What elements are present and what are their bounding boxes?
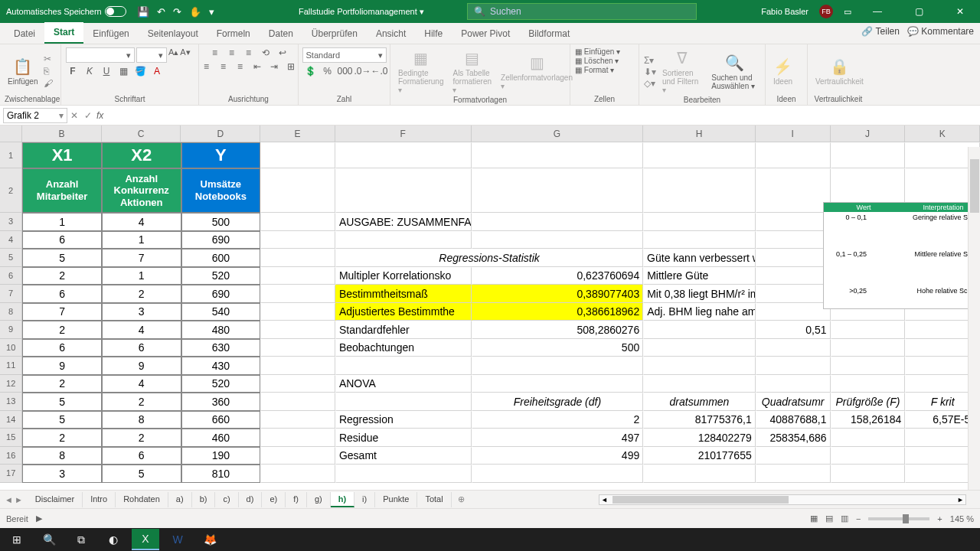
format-as-table-button[interactable]: ▤Als Tabelle formatieren ▾	[449, 47, 495, 96]
cell[interactable]: 258354,686	[756, 429, 831, 447]
cell[interactable]	[643, 375, 756, 393]
sheet-tab[interactable]: Rohdaten	[116, 492, 168, 507]
cell[interactable]: X2	[102, 142, 181, 168]
cell[interactable]	[756, 142, 831, 168]
comments-button[interactable]: 💬 Kommentare	[907, 26, 974, 37]
cell[interactable]	[260, 168, 335, 213]
cell[interactable]: 8	[102, 411, 181, 429]
cell[interactable]: 1	[102, 267, 181, 285]
cell[interactable]: Adjustiertes Bestimmthe	[335, 303, 472, 321]
cell[interactable]: dratsummen	[643, 393, 756, 411]
share-button[interactable]: 🔗 Teilen	[861, 26, 899, 37]
cell[interactable]: 4	[102, 321, 181, 339]
start-button[interactable]: ⊞	[3, 529, 31, 550]
cell[interactable]	[472, 168, 644, 213]
cell[interactable]: Standardfehler	[335, 321, 472, 339]
col-header-D[interactable]: D	[181, 126, 260, 142]
col-header-J[interactable]: J	[831, 126, 906, 142]
cell[interactable]	[831, 357, 906, 375]
cell[interactable]	[335, 465, 472, 483]
cell[interactable]	[472, 142, 644, 168]
cell[interactable]: 1	[22, 213, 102, 231]
cell[interactable]	[472, 465, 644, 483]
cell[interactable]: 2	[22, 375, 102, 393]
cell[interactable]: 0,386618962	[472, 303, 644, 321]
cell[interactable]: 0,389077403	[472, 285, 644, 303]
cell[interactable]: 9	[22, 357, 102, 375]
cell[interactable]: 2	[102, 393, 181, 411]
cell[interactable]: 3	[102, 303, 181, 321]
cell-styles-button[interactable]: ▥Zellenformatvorlagen ▾	[498, 52, 576, 92]
redo-icon[interactable]: ↷	[173, 6, 181, 18]
tab-start[interactable]: Start	[44, 22, 83, 44]
col-header-G[interactable]: G	[472, 126, 644, 142]
font-family-box[interactable]: ▾	[66, 47, 135, 63]
cell[interactable]: 5	[22, 393, 102, 411]
cell[interactable]: 690	[181, 285, 261, 303]
sort-filter-button[interactable]: ᐁSortieren und Filtern ▾	[659, 47, 705, 96]
close-button[interactable]: ✕	[945, 0, 975, 23]
italic-icon[interactable]: K	[83, 66, 96, 77]
tab-bildformat[interactable]: Bildformat	[519, 24, 579, 44]
maximize-button[interactable]: ▢	[903, 0, 934, 23]
cell[interactable]: 360	[181, 393, 261, 411]
sheet-tab[interactable]: g)	[307, 492, 331, 507]
cell[interactable]	[260, 285, 335, 303]
cell[interactable]	[831, 321, 906, 339]
excel-taskbar-icon[interactable]: X	[132, 529, 159, 550]
cell[interactable]	[756, 357, 831, 375]
paste-button[interactable]: 📋Einfügen	[5, 56, 41, 87]
cell[interactable]: 1	[102, 231, 181, 249]
cell[interactable]	[472, 375, 644, 393]
format-painter-icon[interactable]: 🖌	[44, 78, 53, 89]
row-header[interactable]: 13	[0, 393, 22, 411]
align-bottom-icon[interactable]: ≡	[242, 47, 256, 58]
ideas-button[interactable]: ⚡Ideen	[770, 56, 795, 87]
align-top-icon[interactable]: ≡	[208, 47, 222, 58]
vertical-scrollbar[interactable]	[968, 147, 980, 490]
zoom-level[interactable]: 145 %	[950, 514, 974, 523]
orientation-icon[interactable]: ⟲	[259, 47, 273, 58]
cell[interactable]: 40887688,1	[756, 411, 831, 429]
cell[interactable]: 660	[181, 411, 261, 429]
scroll-thumb[interactable]	[970, 159, 979, 213]
cell[interactable]: 7	[22, 303, 102, 321]
sheet-tab[interactable]: Punkte	[375, 492, 417, 507]
row-header[interactable]: 7	[0, 285, 22, 303]
cell[interactable]	[260, 303, 335, 321]
cell[interactable]	[756, 231, 831, 249]
horizontal-scrollbar[interactable]: ◄ ►	[599, 494, 966, 505]
cell[interactable]	[643, 321, 756, 339]
tab-seitenlayout[interactable]: Seitenlayout	[139, 24, 207, 44]
cell[interactable]: 190	[181, 447, 261, 465]
increase-font-icon[interactable]: A▴	[168, 47, 178, 63]
zoom-in-icon[interactable]: +	[937, 514, 942, 523]
cell[interactable]: 2	[22, 321, 102, 339]
qat-more-icon[interactable]: ▾	[209, 6, 214, 18]
cell[interactable]: 2	[102, 429, 181, 447]
zoom-out-icon[interactable]: −	[856, 514, 861, 523]
cell[interactable]: 2	[472, 411, 644, 429]
find-select-button[interactable]: 🔍Suchen und Auswählen ▾	[708, 52, 760, 92]
tab-daten[interactable]: Daten	[260, 24, 302, 44]
clear-icon[interactable]: ◇▾	[644, 78, 656, 89]
row-header[interactable]: 3	[0, 213, 22, 231]
cell[interactable]: 499	[472, 447, 644, 465]
decrease-font-icon[interactable]: A▾	[180, 47, 190, 63]
fill-color-icon[interactable]: 🪣	[133, 66, 147, 77]
row-header[interactable]: 2	[0, 168, 22, 213]
scroll-left-icon[interactable]: ◄	[599, 496, 609, 504]
cell[interactable]: 3	[22, 465, 102, 483]
col-header-C[interactable]: C	[102, 126, 181, 142]
cell[interactable]: 2	[22, 429, 102, 447]
cell[interactable]: ANOVA	[335, 375, 472, 393]
name-box[interactable]: Grafik 2▾	[3, 108, 67, 123]
cell[interactable]	[260, 393, 335, 411]
cell[interactable]	[756, 213, 831, 231]
cell[interactable]: Freiheitsgrade (df)	[472, 393, 644, 411]
percent-icon[interactable]: %	[321, 66, 335, 77]
cell[interactable]	[472, 213, 644, 231]
cell[interactable]	[472, 357, 644, 375]
cell[interactable]	[643, 465, 756, 483]
cell[interactable]	[831, 447, 906, 465]
